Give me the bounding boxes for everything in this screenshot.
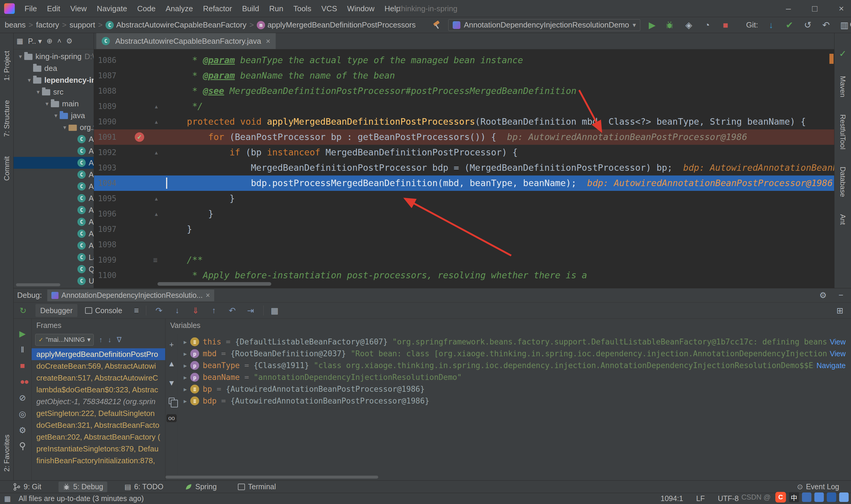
stack-frame-createbean[interactable]: createBean:517, AbstractAutowireC <box>32 372 165 384</box>
code-line-1096[interactable]: 1096▴ } <box>94 206 834 221</box>
doc-render-icon[interactable]: ≣ <box>153 256 158 264</box>
filter-icon[interactable]: ∇ <box>117 336 122 344</box>
tab-console[interactable]: Console <box>80 304 127 317</box>
tree-item-apidepe[interactable]: CApiDepe <box>14 192 94 204</box>
update-project-icon[interactable]: ↓ <box>766 20 777 30</box>
menu-refactor[interactable]: Refactor <box>198 0 237 17</box>
toolwindow-button-commit[interactable]: Commit <box>3 156 11 181</box>
history-icon[interactable]: ↺ <box>802 20 813 30</box>
menu-navigate[interactable]: Navigate <box>92 0 132 17</box>
close-icon[interactable]: × <box>206 291 210 300</box>
stack-frame-applymergedbeandefinitionpostpro[interactable]: applyMergedBeanDefinitionPostPro <box>32 348 165 360</box>
thread-select[interactable]: ✓ "mai...NNING ▾ <box>35 334 94 346</box>
menu-view[interactable]: View <box>65 0 92 17</box>
code-line-1090[interactable]: 1090▴ protected void applyMergedBeanDefi… <box>94 114 834 129</box>
build-hammer-icon[interactable] <box>432 21 441 30</box>
rollback-icon[interactable]: ↶ <box>821 20 832 30</box>
next-frame-icon[interactable]: ↓ <box>108 336 111 344</box>
variable-row-bp[interactable]: ▶≣bp = {AutowiredAnnotationBeanPostProce… <box>178 383 851 395</box>
fold-marker-icon[interactable]: ▴ <box>155 195 158 202</box>
code-line-1093[interactable]: 1093 MergedBeanDefinitionPostProcessor b… <box>94 160 834 176</box>
minimize-icon[interactable]: – <box>786 0 791 17</box>
menu-tools[interactable]: Tools <box>288 0 316 17</box>
caret-position[interactable]: 1094:1 <box>661 494 683 503</box>
watches-badge[interactable]: oo <box>166 414 176 422</box>
expand-arrow-icon[interactable]: ▶ <box>180 362 190 369</box>
tree-item-lazyann[interactable]: CLazyAnn <box>14 251 94 263</box>
menu-code[interactable]: Code <box>132 0 160 17</box>
expand-arrow-icon[interactable]: ▶ <box>180 386 190 392</box>
drop-frame-icon[interactable]: ↶ <box>227 306 238 316</box>
tree-item-annotati[interactable]: CAnnotati <box>14 133 94 145</box>
stop-icon[interactable]: ■ <box>20 361 25 371</box>
commit-icon[interactable]: ✔ <box>784 20 795 30</box>
expand-chevron-icon[interactable]: ▾ <box>61 124 69 131</box>
code-line-1098[interactable]: 1098 <box>94 237 834 252</box>
menu-file[interactable]: File <box>19 0 42 17</box>
tree-item-annotati[interactable]: CAnnotati <box>14 145 94 157</box>
tree-item-autowir[interactable]: CAutowir <box>14 216 94 228</box>
code-line-1094[interactable]: 1094 bdp.postProcessMergedBeanDefinition… <box>94 176 834 191</box>
project-view-select[interactable]: P.. ▾ <box>28 37 42 46</box>
gear-icon[interactable]: ⚙ <box>819 290 827 300</box>
rerun-icon[interactable]: ↻ <box>18 306 29 316</box>
code-line-1089[interactable]: 1089▴ */ <box>94 99 834 114</box>
tree-item-apidepe[interactable]: CApiDepe <box>14 204 94 216</box>
variable-row-bdp[interactable]: ▶≣bdp = {AutowiredAnnotationBeanPostProc… <box>178 395 851 407</box>
code-line-1088[interactable]: 1088 * @see MergedBeanDefinitionPostProc… <box>94 83 834 99</box>
tree-item-annotati[interactable]: CAnnotati <box>14 180 94 192</box>
toolwindow-button-ant[interactable]: Ant <box>838 214 847 225</box>
code-line-1095[interactable]: 1095▴ } <box>94 191 834 206</box>
navigate-link[interactable]: Navigate <box>816 361 846 370</box>
shelf-icon[interactable]: ▥ <box>839 20 850 30</box>
breadcrumb-item-abstractautowirecapablebeanfactory[interactable]: AbstractAutowireCapableBeanFactory <box>116 20 247 30</box>
menu-edit[interactable]: Edit <box>42 0 65 17</box>
tree-item-awareint[interactable]: CAwareInt <box>14 239 94 251</box>
toolwindow-button-database[interactable]: Database <box>838 167 847 197</box>
tree-item-src[interactable]: ▾src <box>14 86 94 98</box>
settings-gear-icon[interactable]: ⚙ <box>19 426 26 435</box>
fold-marker-icon[interactable]: ▴ <box>155 103 158 110</box>
menu-build[interactable]: Build <box>237 0 264 17</box>
code-line-1086[interactable]: 1086 * @param beanType the actual type o… <box>94 53 834 68</box>
expand-chevron-icon[interactable]: ▾ <box>17 53 24 60</box>
expand-arrow-icon[interactable]: ▶ <box>180 398 190 404</box>
tree-item-dea[interactable]: dea <box>14 62 94 74</box>
evaluate-icon[interactable]: ▦ <box>271 306 278 316</box>
breakpoint-icon[interactable]: ✓ <box>135 132 144 142</box>
toolwindow-button-1-project[interactable]: 1: Project <box>3 51 11 80</box>
move-down-icon[interactable]: ▼ <box>168 378 176 388</box>
run-configuration-select[interactable]: AnnotationDependencyInjectionResolutionD… <box>448 19 640 31</box>
menu-analyze[interactable]: Analyze <box>160 0 198 17</box>
view-link[interactable]: View <box>830 338 846 346</box>
toolwindow-button-restfultool[interactable]: RestfulTool <box>838 114 847 149</box>
toolwindow-button-maven[interactable]: Maven <box>838 76 847 97</box>
mute-breakpoints-icon[interactable]: ⊘ <box>19 393 26 403</box>
toolwindow-spring[interactable]: Spring <box>181 482 221 492</box>
toolwindow-9-git[interactable]: 9: Git <box>9 482 46 492</box>
layout-settings-icon[interactable]: ⊞ <box>836 306 851 316</box>
code-line-1092[interactable]: 1092▴ if (bp instanceof MergedBeanDefini… <box>94 145 834 160</box>
inspections-ok-icon[interactable]: ✓ <box>839 49 846 59</box>
view-breakpoints-icon[interactable]: ● <box>20 377 25 386</box>
expand-chevron-icon[interactable]: ▾ <box>52 112 60 119</box>
code-line-1100[interactable]: 1100 * Apply before-instantiation post-p… <box>94 268 834 283</box>
code-line-1099[interactable]: 1099≣ /** <box>94 252 834 268</box>
force-step-into-icon[interactable]: ⇓ <box>190 306 201 316</box>
project-hscrollbar[interactable] <box>16 283 60 286</box>
tree-item-org-xiaoge-th[interactable]: ▾org.xiaoge.th <box>14 122 94 133</box>
fold-marker-icon[interactable]: ▴ <box>155 118 158 125</box>
thread-dump-icon[interactable]: ◎ <box>19 409 26 419</box>
debug-session-tab[interactable]: AnnotationDependencyInjectionResolutio..… <box>47 289 214 301</box>
toolwindow-terminal[interactable]: Terminal <box>234 482 280 492</box>
code-line-1097[interactable]: 1097 } <box>94 221 834 237</box>
fold-marker-icon[interactable]: ▴ <box>155 210 158 217</box>
toolwindow-6-todo[interactable]: ▤6: TODO <box>120 482 167 492</box>
variables-hscrollbar[interactable] <box>165 475 378 479</box>
tab-debugger[interactable]: Debugger <box>35 304 77 317</box>
expand-chevron-icon[interactable]: ▾ <box>25 76 33 84</box>
encoding[interactable]: UTF-8 <box>718 494 739 503</box>
step-into-icon[interactable]: ↓ <box>172 306 183 315</box>
variable-row-this[interactable]: ▶≣this = {DefaultListableBeanFactory@160… <box>178 336 851 348</box>
step-out-icon[interactable]: ↑ <box>208 306 220 315</box>
